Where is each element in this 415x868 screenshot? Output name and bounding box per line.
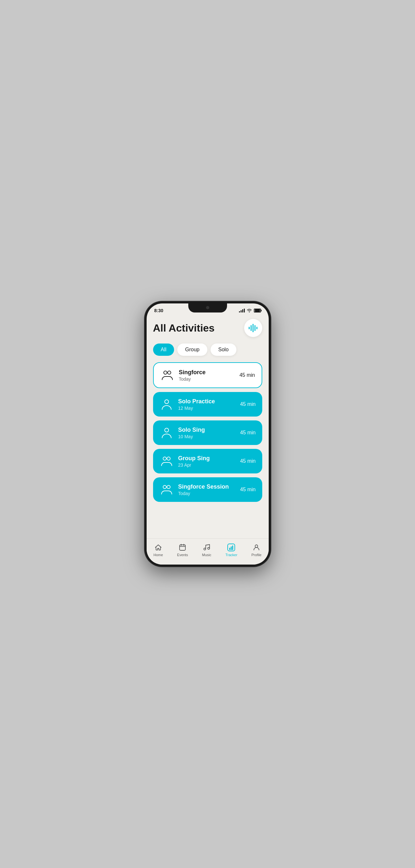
svg-point-18	[255, 545, 258, 548]
svg-point-1	[168, 371, 171, 374]
activity-card-singforce-session[interactable]: Singforce Session Today 45 min	[153, 477, 262, 502]
filter-tabs: All Group Solo	[153, 343, 262, 356]
nav-home[interactable]: Home	[150, 542, 167, 558]
phone-shell: 8:30	[145, 302, 270, 566]
solo-icon	[160, 397, 174, 411]
nav-tracker[interactable]: Tracker	[222, 542, 241, 558]
page-header: All Activities	[153, 319, 262, 337]
svg-point-2	[165, 400, 168, 404]
voice-button[interactable]	[244, 319, 262, 337]
svg-point-3	[165, 428, 168, 432]
music-icon	[202, 543, 211, 552]
card-info-solo-sing: Solo Sing 10 May	[178, 427, 240, 439]
card-title: Singforce Session	[178, 484, 240, 490]
svg-rect-16	[231, 547, 232, 550]
card-info-singforce-session: Singforce Session Today	[178, 484, 240, 496]
notch	[188, 304, 227, 312]
card-info-singforce: Singforce Today	[179, 369, 240, 382]
filter-solo[interactable]: Solo	[211, 343, 236, 356]
notch-camera	[206, 306, 209, 309]
card-info-group-sing: Group Sing 23 Apr	[178, 455, 240, 468]
svg-point-5	[167, 457, 170, 460]
card-duration: 45 min	[240, 401, 255, 407]
nav-home-label: Home	[153, 553, 163, 557]
nav-events-label: Events	[177, 553, 188, 557]
battery-icon	[254, 309, 261, 312]
solo-icon	[160, 426, 174, 440]
card-title: Solo Sing	[178, 427, 240, 433]
nav-tracker-label: Tracker	[225, 553, 237, 557]
svg-point-12	[204, 548, 206, 550]
svg-rect-17	[232, 546, 233, 550]
nav-profile[interactable]: Profile	[247, 542, 265, 558]
page-title: All Activities	[153, 322, 215, 334]
nav-music-label: Music	[202, 553, 212, 557]
activity-card-solo-sing[interactable]: Solo Sing 10 May 45 min	[153, 421, 262, 445]
card-title: Singforce	[179, 369, 240, 376]
home-icon	[154, 543, 162, 552]
phone-screen: 8:30	[147, 304, 269, 564]
card-date: Today	[179, 376, 240, 382]
status-bar: 8:30	[147, 304, 269, 316]
svg-rect-15	[229, 548, 230, 550]
status-icons	[239, 308, 261, 313]
main-content: All Activities All Group Solo	[147, 316, 269, 538]
card-date: 12 May	[178, 406, 240, 411]
card-duration: 45 min	[240, 430, 255, 436]
activity-list: Singforce Today 45 min Solo Practice	[153, 362, 262, 502]
profile-icon	[252, 543, 261, 552]
nav-profile-label: Profile	[251, 553, 261, 557]
activity-card-solo-practice[interactable]: Solo Practice 12 May 45 min	[153, 392, 262, 416]
wifi-icon	[247, 308, 252, 313]
group-icon	[160, 483, 174, 497]
card-date: 23 Apr	[178, 462, 240, 468]
svg-point-0	[164, 371, 167, 374]
svg-point-4	[163, 457, 166, 460]
card-date: 10 May	[178, 434, 240, 439]
group-icon	[160, 454, 174, 468]
svg-rect-8	[180, 545, 185, 550]
svg-point-7	[167, 485, 170, 489]
card-duration: 45 min	[240, 487, 255, 493]
svg-point-6	[163, 485, 166, 489]
voice-waves-icon	[249, 323, 257, 333]
activity-card-singforce[interactable]: Singforce Today 45 min	[153, 362, 262, 388]
tracker-icon	[227, 543, 235, 552]
nav-events[interactable]: Events	[173, 542, 192, 558]
card-title: Solo Practice	[178, 398, 240, 405]
filter-group[interactable]: Group	[177, 343, 207, 356]
bottom-nav: Home Events	[147, 538, 269, 564]
card-title: Group Sing	[178, 455, 240, 462]
events-icon	[178, 543, 187, 552]
nav-music[interactable]: Music	[198, 542, 215, 558]
card-duration: 45 min	[239, 372, 255, 378]
group-icon	[160, 368, 174, 382]
card-date: Today	[178, 491, 240, 496]
signal-icon	[239, 309, 245, 312]
filter-all[interactable]: All	[153, 343, 174, 356]
card-duration: 45 min	[240, 458, 255, 464]
status-time: 8:30	[154, 308, 163, 313]
card-info-solo-practice: Solo Practice 12 May	[178, 398, 240, 411]
activity-card-group-sing[interactable]: Group Sing 23 Apr 45 min	[153, 449, 262, 473]
